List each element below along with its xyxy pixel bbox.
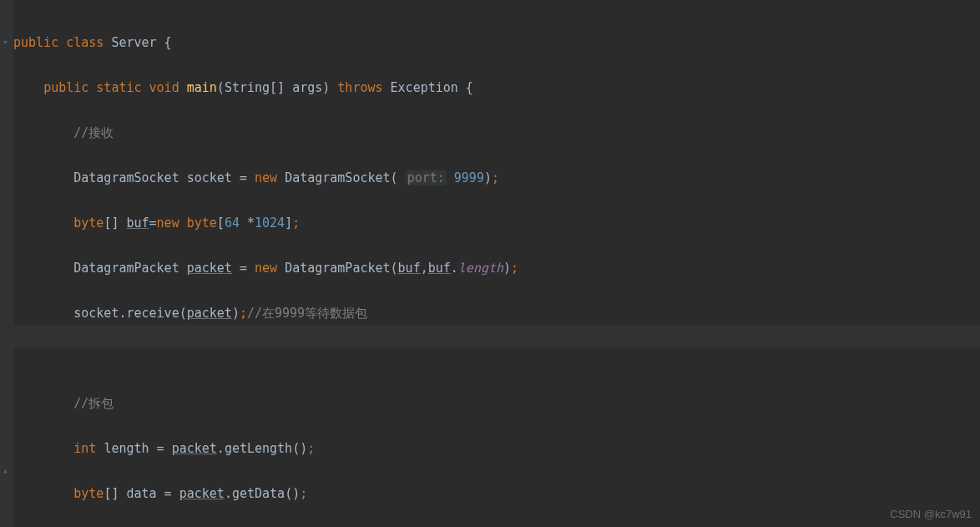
code-area[interactable]: public class Server { public static void…	[13, 0, 980, 527]
code-editor[interactable]: ▾ ▴ public class Server { public static …	[0, 0, 980, 527]
editor-gutter: ▾ ▴	[0, 0, 13, 527]
watermark-text: CSDN @kc7w91	[890, 508, 972, 520]
fold-close-icon[interactable]: ▴	[3, 466, 8, 475]
fold-open-icon[interactable]: ▾	[3, 38, 8, 47]
